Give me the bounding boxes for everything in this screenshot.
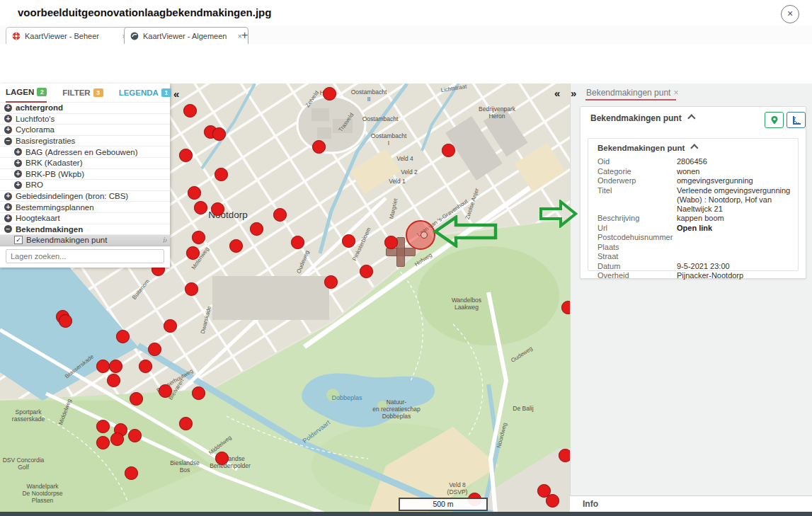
map-marker[interactable] — [546, 494, 559, 508]
layer-expander-icon[interactable]: + — [4, 126, 12, 134]
layer-expander-icon[interactable]: + — [4, 193, 12, 200]
layer-row-bestemmingsplannen[interactable]: +Bestemmingsplannen — [0, 202, 170, 213]
map-marker[interactable] — [110, 432, 124, 446]
map-marker[interactable] — [561, 301, 570, 314]
layer-row-luchtfoto-s[interactable]: +Luchtfoto's — [0, 114, 170, 125]
layer-label: achtergrond — [16, 103, 63, 112]
map-marker[interactable] — [188, 186, 201, 200]
map-marker[interactable] — [212, 127, 226, 141]
layer-expander-icon[interactable]: + — [4, 115, 12, 122]
map-marker[interactable] — [159, 384, 172, 398]
tab-lagen[interactable]: LAGEN 2 — [6, 83, 47, 103]
map-marker[interactable] — [107, 374, 120, 387]
map-marker[interactable] — [109, 360, 122, 373]
map-marker[interactable] — [59, 314, 72, 328]
map-marker[interactable] — [192, 386, 205, 400]
map-marker[interactable] — [384, 236, 398, 249]
map-pin-icon — [769, 115, 780, 126]
layer-row-hoogtekaart[interactable]: +Hoogtekaart — [0, 213, 170, 224]
feature-card-title[interactable]: Bekendmakingen punt — [590, 113, 692, 123]
map-marker[interactable] — [164, 319, 177, 333]
layer-expander-icon[interactable]: + — [4, 104, 12, 112]
map-marker[interactable] — [96, 360, 110, 373]
map-marker[interactable] — [559, 449, 570, 462]
panel-expand-right-button[interactable]: » — [571, 87, 576, 99]
map-marker[interactable] — [148, 343, 161, 356]
map-marker[interactable] — [186, 246, 200, 260]
zoom-to-feature-button[interactable] — [765, 112, 784, 128]
layer-expander-icon[interactable]: + — [14, 159, 22, 167]
layer-expander-icon[interactable]: − — [4, 225, 12, 233]
map-marker[interactable] — [273, 208, 287, 222]
layer-row-brk-pb-wkpb-[interactable]: +BRK-PB (Wkpb) — [0, 169, 170, 180]
tab-label: LEGENDA — [119, 88, 159, 97]
map-marker[interactable] — [312, 140, 326, 154]
map-marker[interactable] — [194, 201, 207, 214]
layer-expander-icon[interactable]: − — [4, 137, 12, 145]
field-label: Datum — [597, 262, 677, 271]
detail-row: TitelVerleende omgevingsvergunning (Wabo… — [597, 186, 793, 214]
panel-collapse-left-button[interactable]: « — [554, 87, 560, 99]
tab-filter[interactable]: FILTER 3 — [62, 84, 103, 102]
layer-checkbox[interactable]: ✓ — [14, 236, 23, 244]
layer-row-achtergrond[interactable]: +achtergrond — [0, 103, 170, 114]
map-marker[interactable] — [215, 452, 229, 465]
layer-row-bekendmakingen-punt[interactable]: ✓Bekendmakingen punti› — [0, 235, 170, 246]
layer-row-gebiedsindelingen-bron-cbs-[interactable]: +Gebiedsindelingen (bron: CBS) — [0, 191, 170, 202]
map-marker[interactable] — [215, 168, 228, 181]
map-marker[interactable] — [323, 87, 336, 101]
selected-marker-highlight[interactable] — [406, 220, 435, 250]
info-footer-bar[interactable]: Info — [570, 495, 812, 512]
map-marker[interactable] — [96, 420, 110, 433]
layer-expander-icon[interactable]: + — [14, 170, 22, 178]
measure-button[interactable] — [787, 112, 806, 128]
map-marker[interactable] — [179, 417, 193, 430]
map-label: Veld 8 (DSVP) — [447, 482, 468, 496]
browser-tab-beheer[interactable]: KaartViewer - Beheer × — [6, 27, 133, 45]
panel-tab-close-icon[interactable]: × — [673, 88, 678, 98]
map-marker[interactable] — [324, 275, 338, 289]
map-marker[interactable] — [128, 429, 142, 442]
detail-row: Straat — [597, 252, 793, 261]
image-close-button[interactable]: × — [781, 5, 799, 23]
layer-row-bag-adressen-en-gebouwen-[interactable]: +BAG (Adressen en Gebouwen) — [0, 147, 170, 158]
tab-legenda[interactable]: LEGENDA 1 — [119, 84, 171, 102]
details-title[interactable]: Bekendmakingen punt — [597, 144, 695, 152]
layer-expander-icon[interactable]: + — [4, 203, 12, 211]
card-title-text: Bekendmakingen punt — [590, 113, 682, 123]
map-marker[interactable] — [250, 222, 263, 236]
map-marker[interactable] — [116, 330, 130, 343]
layer-search-input[interactable] — [6, 249, 164, 263]
layer-row-basisregistraties[interactable]: −Basisregistraties — [0, 136, 170, 147]
map-marker[interactable] — [291, 236, 304, 249]
map-marker[interactable] — [229, 239, 243, 253]
layer-expander-icon[interactable]: + — [14, 148, 22, 156]
chevron-up-icon — [687, 114, 695, 122]
new-tab-button[interactable]: + — [241, 29, 248, 42]
map-marker[interactable] — [130, 392, 143, 406]
map-marker[interactable] — [442, 144, 455, 157]
field-value[interactable]: Open link — [677, 224, 793, 233]
panel-tab-bekendmakingen-punt[interactable]: Bekendmakingen punt× — [586, 88, 678, 98]
layer-row-cyclorama[interactable]: +Cyclorama — [0, 125, 170, 136]
map-marker[interactable] — [125, 466, 138, 480]
browser-tab-algemeen[interactable]: KaartViewer - Algemeen × — [124, 27, 248, 45]
layer-options-icon[interactable]: i› — [163, 236, 167, 244]
layer-row-bro[interactable]: +BRO — [0, 180, 170, 191]
layer-row-brk-kadaster-[interactable]: +BRK (Kadaster) — [0, 158, 170, 169]
map-marker[interactable] — [183, 104, 197, 117]
sidebar-collapse-button[interactable]: « — [173, 88, 179, 100]
layer-row-bekendmakingen[interactable]: −Bekendmakingen — [0, 224, 170, 236]
layer-expander-icon[interactable]: + — [4, 214, 12, 222]
layer-label: BRK (Kadaster) — [25, 159, 83, 167]
map-marker[interactable] — [179, 149, 193, 162]
tab-close-icon[interactable]: × — [231, 32, 242, 40]
layer-expander-icon[interactable]: + — [14, 181, 22, 189]
map-marker[interactable] — [192, 231, 205, 244]
map-marker[interactable] — [96, 436, 110, 449]
map-marker[interactable] — [185, 282, 198, 296]
map-marker[interactable] — [139, 360, 152, 373]
map-marker[interactable] — [211, 202, 224, 216]
map-marker[interactable] — [360, 265, 373, 278]
map-marker[interactable] — [342, 234, 355, 248]
